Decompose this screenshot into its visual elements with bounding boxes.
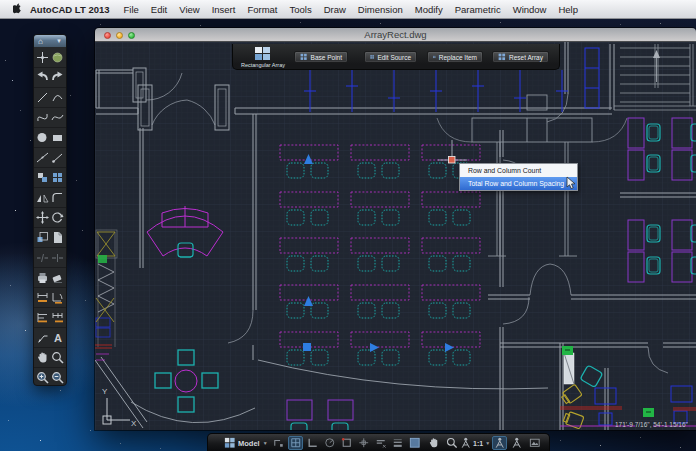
- annotation-icon[interactable]: [458, 436, 473, 450]
- annotation-scale-button[interactable]: 1:1▼: [473, 436, 490, 450]
- osnap-toggle[interactable]: [339, 436, 354, 450]
- rectangular-array-label: Rectangular Array: [234, 62, 292, 68]
- ray-tool-icon[interactable]: [50, 150, 65, 165]
- menu-item-modify[interactable]: Modify: [409, 4, 449, 15]
- pan-icon[interactable]: [426, 436, 441, 450]
- menu-item-parametric[interactable]: Parametric: [449, 4, 507, 15]
- mouse-cursor: [566, 176, 578, 190]
- zoom-icon[interactable]: [444, 436, 459, 450]
- selection-tool-icon[interactable]: [35, 50, 50, 65]
- coordinate-readout: 171'-9 7/16", 54'-1 15/16": [615, 421, 688, 428]
- dynamic-input-menu: Row and Column CountTotal Row and Column…: [459, 163, 578, 191]
- move-tool-icon[interactable]: [35, 210, 50, 225]
- model-button[interactable]: Model▼: [238, 436, 268, 450]
- menu-item-help[interactable]: Help: [552, 4, 584, 15]
- pan-tool-icon[interactable]: [35, 350, 50, 365]
- menu-item-format[interactable]: Format: [241, 4, 283, 15]
- zoom-in-tool-icon[interactable]: [35, 370, 50, 385]
- break-at-point-tool-icon[interactable]: [50, 250, 65, 265]
- tool-palette-header[interactable]: ⌂▼: [34, 35, 66, 47]
- menu-option-total-row-and-column-spacing[interactable]: Total Row and Column Spacing: [460, 177, 577, 190]
- spline-tool-icon[interactable]: [50, 110, 65, 125]
- polyline-tool-icon[interactable]: [35, 110, 50, 125]
- rotate-tool-icon[interactable]: [50, 210, 65, 225]
- array-ribbon: Rectangular Array Base PointEdit SourceR…: [232, 44, 560, 70]
- menu-item-draw[interactable]: Draw: [318, 4, 352, 15]
- palette-caret-icon: ▼: [56, 38, 62, 44]
- polar-toggle[interactable]: [322, 436, 337, 450]
- window-titlebar[interactable]: ArrayRect.dwg: [95, 28, 696, 42]
- dim-baseline-tool-icon[interactable]: [35, 310, 50, 325]
- minimize-button[interactable]: [116, 32, 123, 39]
- zoom-out-tool-icon[interactable]: [50, 370, 65, 385]
- scale-tool-icon[interactable]: [35, 230, 50, 245]
- dim-continue-tool-icon[interactable]: [50, 310, 65, 325]
- menu-item-edit[interactable]: Edit: [145, 4, 173, 15]
- line-tool-icon[interactable]: [35, 90, 50, 105]
- text-tool-icon[interactable]: A: [50, 330, 65, 345]
- autocad-window: ArrayRect.dwg: [95, 28, 696, 430]
- leader-tool-icon[interactable]: [35, 330, 50, 345]
- annotation-visibility-icon[interactable]: [492, 436, 507, 450]
- dim-linear-tool-icon[interactable]: [35, 290, 50, 305]
- rectangular-array-icon[interactable]: [255, 47, 270, 60]
- menu-item-window[interactable]: Window: [507, 4, 553, 15]
- rectangle-tool-icon[interactable]: [50, 130, 65, 145]
- zoom-button[interactable]: [128, 32, 135, 39]
- menu-item-tools[interactable]: Tools: [284, 4, 318, 15]
- menu-item-dimension[interactable]: Dimension: [352, 4, 409, 15]
- array-tool-icon[interactable]: [50, 170, 65, 185]
- apple-icon[interactable]: [13, 3, 23, 15]
- mirror-tool-icon[interactable]: [35, 190, 50, 205]
- reset-array-button[interactable]: Reset Array: [492, 51, 549, 63]
- break-tool-icon[interactable]: [35, 250, 50, 265]
- base-point-button[interactable]: Base Point: [294, 51, 348, 63]
- annotation-auto-icon[interactable]: [509, 436, 524, 450]
- home-icon: ⌂: [38, 37, 43, 46]
- grid-toggle[interactable]: [288, 436, 303, 450]
- dim-angular-tool-icon[interactable]: [50, 290, 65, 305]
- redo-tool-icon[interactable]: [50, 70, 65, 85]
- model-space-icon[interactable]: [222, 436, 237, 450]
- menu-item-view[interactable]: View: [173, 4, 205, 15]
- copy-tool-icon[interactable]: [35, 170, 50, 185]
- ucs-x-label: X: [131, 419, 137, 428]
- undo-tool-icon[interactable]: [35, 70, 50, 85]
- replace-item-button[interactable]: Replace Item: [427, 51, 483, 63]
- menu-item-autocad-lt-2013[interactable]: AutoCAD LT 2013: [28, 4, 118, 15]
- otrack-toggle[interactable]: [356, 436, 371, 450]
- trim-tool-icon[interactable]: [50, 230, 65, 245]
- menu-bar: AutoCAD LT 2013FileEditViewInsertFormatT…: [0, 0, 696, 19]
- menu-item-file[interactable]: File: [118, 4, 145, 15]
- status-bar: Model▼1:1▼: [207, 433, 550, 451]
- menu-item-insert[interactable]: Insert: [206, 4, 242, 15]
- circle-tool-icon[interactable]: [35, 130, 50, 145]
- window-title: ArrayRect.dwg: [364, 29, 426, 40]
- fillet-tool-icon[interactable]: [50, 190, 65, 205]
- layout-icon[interactable]: [527, 436, 542, 450]
- ortho-toggle[interactable]: [305, 436, 320, 450]
- zoom-tool-icon[interactable]: [50, 350, 65, 365]
- edit-source-button[interactable]: Edit Source: [364, 51, 417, 63]
- ucs-y-label: Y: [102, 387, 108, 396]
- sphere-tool-icon[interactable]: [50, 50, 65, 65]
- close-button[interactable]: [104, 32, 111, 39]
- erase-tool-icon[interactable]: [50, 270, 65, 285]
- construction-line-tool-icon[interactable]: [35, 150, 50, 165]
- menu-option-row-and-column-count[interactable]: Row and Column Count: [460, 164, 577, 177]
- lineweight-toggle[interactable]: [390, 436, 405, 450]
- arc-tool-icon[interactable]: [50, 90, 65, 105]
- drawing-canvas[interactable]: X Y Rectangular Array Base PointEdit Sou…: [95, 42, 696, 430]
- print-tool-icon[interactable]: [35, 270, 50, 285]
- snap-toggle[interactable]: [271, 436, 286, 450]
- tool-palette: ⌂▼ A: [33, 34, 67, 386]
- dyn-toggle[interactable]: [373, 436, 388, 450]
- quickview-toggle[interactable]: [407, 436, 422, 450]
- svg-text:A: A: [54, 332, 62, 344]
